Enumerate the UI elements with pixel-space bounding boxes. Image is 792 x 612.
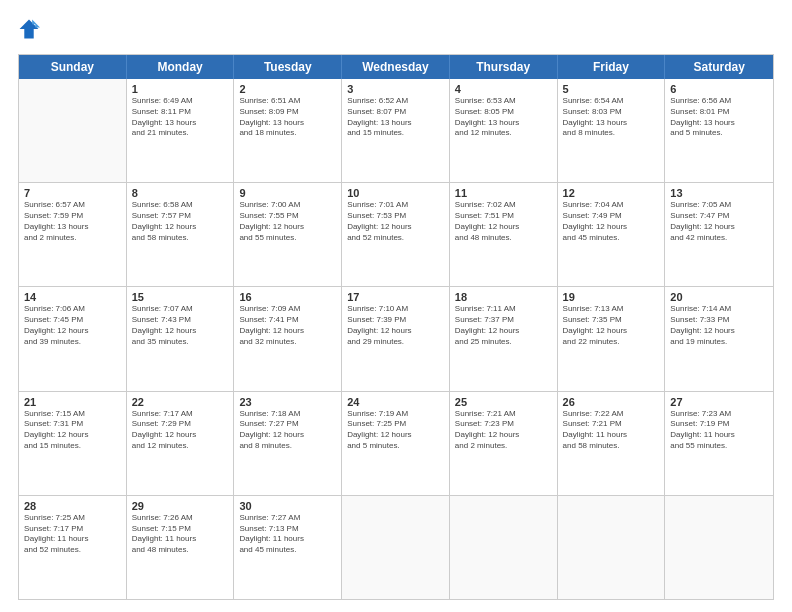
day-info: Sunrise: 7:13 AM Sunset: 7:35 PM Dayligh… xyxy=(563,304,660,347)
calendar-cell: 29Sunrise: 7:26 AM Sunset: 7:15 PM Dayli… xyxy=(127,496,235,599)
calendar-cell: 23Sunrise: 7:18 AM Sunset: 7:27 PM Dayli… xyxy=(234,392,342,495)
calendar-cell: 4Sunrise: 6:53 AM Sunset: 8:05 PM Daylig… xyxy=(450,79,558,182)
day-number: 26 xyxy=(563,396,660,408)
day-info: Sunrise: 7:07 AM Sunset: 7:43 PM Dayligh… xyxy=(132,304,229,347)
day-info: Sunrise: 7:10 AM Sunset: 7:39 PM Dayligh… xyxy=(347,304,444,347)
svg-marker-0 xyxy=(20,20,39,39)
calendar-cell: 30Sunrise: 7:27 AM Sunset: 7:13 PM Dayli… xyxy=(234,496,342,599)
day-info: Sunrise: 6:53 AM Sunset: 8:05 PM Dayligh… xyxy=(455,96,552,139)
calendar-cell: 22Sunrise: 7:17 AM Sunset: 7:29 PM Dayli… xyxy=(127,392,235,495)
day-info: Sunrise: 7:23 AM Sunset: 7:19 PM Dayligh… xyxy=(670,409,768,452)
day-info: Sunrise: 6:57 AM Sunset: 7:59 PM Dayligh… xyxy=(24,200,121,243)
day-number: 23 xyxy=(239,396,336,408)
day-header-saturday: Saturday xyxy=(665,55,773,79)
day-number: 29 xyxy=(132,500,229,512)
day-number: 30 xyxy=(239,500,336,512)
calendar-body: 1Sunrise: 6:49 AM Sunset: 8:11 PM Daylig… xyxy=(19,79,773,599)
day-info: Sunrise: 7:02 AM Sunset: 7:51 PM Dayligh… xyxy=(455,200,552,243)
day-number: 7 xyxy=(24,187,121,199)
calendar-header: SundayMondayTuesdayWednesdayThursdayFrid… xyxy=(19,55,773,79)
calendar-cell: 8Sunrise: 6:58 AM Sunset: 7:57 PM Daylig… xyxy=(127,183,235,286)
day-number: 10 xyxy=(347,187,444,199)
page: SundayMondayTuesdayWednesdayThursdayFrid… xyxy=(0,0,792,612)
day-number: 21 xyxy=(24,396,121,408)
day-info: Sunrise: 7:19 AM Sunset: 7:25 PM Dayligh… xyxy=(347,409,444,452)
calendar-cell: 9Sunrise: 7:00 AM Sunset: 7:55 PM Daylig… xyxy=(234,183,342,286)
day-info: Sunrise: 7:21 AM Sunset: 7:23 PM Dayligh… xyxy=(455,409,552,452)
calendar-cell xyxy=(450,496,558,599)
day-info: Sunrise: 7:18 AM Sunset: 7:27 PM Dayligh… xyxy=(239,409,336,452)
calendar-cell: 1Sunrise: 6:49 AM Sunset: 8:11 PM Daylig… xyxy=(127,79,235,182)
day-number: 4 xyxy=(455,83,552,95)
day-info: Sunrise: 6:56 AM Sunset: 8:01 PM Dayligh… xyxy=(670,96,768,139)
calendar-cell xyxy=(342,496,450,599)
calendar-row-2: 14Sunrise: 7:06 AM Sunset: 7:45 PM Dayli… xyxy=(19,286,773,390)
calendar-cell: 5Sunrise: 6:54 AM Sunset: 8:03 PM Daylig… xyxy=(558,79,666,182)
day-number: 14 xyxy=(24,291,121,303)
day-info: Sunrise: 7:00 AM Sunset: 7:55 PM Dayligh… xyxy=(239,200,336,243)
day-number: 20 xyxy=(670,291,768,303)
calendar-cell: 20Sunrise: 7:14 AM Sunset: 7:33 PM Dayli… xyxy=(665,287,773,390)
calendar-cell: 3Sunrise: 6:52 AM Sunset: 8:07 PM Daylig… xyxy=(342,79,450,182)
calendar-cell: 10Sunrise: 7:01 AM Sunset: 7:53 PM Dayli… xyxy=(342,183,450,286)
calendar-cell: 11Sunrise: 7:02 AM Sunset: 7:51 PM Dayli… xyxy=(450,183,558,286)
day-header-sunday: Sunday xyxy=(19,55,127,79)
day-info: Sunrise: 7:15 AM Sunset: 7:31 PM Dayligh… xyxy=(24,409,121,452)
day-number: 1 xyxy=(132,83,229,95)
day-header-friday: Friday xyxy=(558,55,666,79)
day-number: 6 xyxy=(670,83,768,95)
calendar-cell: 25Sunrise: 7:21 AM Sunset: 7:23 PM Dayli… xyxy=(450,392,558,495)
logo xyxy=(18,18,42,44)
day-number: 8 xyxy=(132,187,229,199)
day-number: 25 xyxy=(455,396,552,408)
day-info: Sunrise: 6:54 AM Sunset: 8:03 PM Dayligh… xyxy=(563,96,660,139)
day-info: Sunrise: 7:26 AM Sunset: 7:15 PM Dayligh… xyxy=(132,513,229,556)
day-number: 2 xyxy=(239,83,336,95)
day-info: Sunrise: 7:09 AM Sunset: 7:41 PM Dayligh… xyxy=(239,304,336,347)
calendar-cell: 2Sunrise: 6:51 AM Sunset: 8:09 PM Daylig… xyxy=(234,79,342,182)
calendar-cell: 21Sunrise: 7:15 AM Sunset: 7:31 PM Dayli… xyxy=(19,392,127,495)
day-number: 5 xyxy=(563,83,660,95)
day-header-tuesday: Tuesday xyxy=(234,55,342,79)
calendar-cell: 19Sunrise: 7:13 AM Sunset: 7:35 PM Dayli… xyxy=(558,287,666,390)
day-number: 15 xyxy=(132,291,229,303)
day-info: Sunrise: 7:27 AM Sunset: 7:13 PM Dayligh… xyxy=(239,513,336,556)
day-info: Sunrise: 7:01 AM Sunset: 7:53 PM Dayligh… xyxy=(347,200,444,243)
day-number: 13 xyxy=(670,187,768,199)
day-number: 22 xyxy=(132,396,229,408)
calendar-cell xyxy=(558,496,666,599)
day-header-monday: Monday xyxy=(127,55,235,79)
day-info: Sunrise: 6:51 AM Sunset: 8:09 PM Dayligh… xyxy=(239,96,336,139)
day-number: 24 xyxy=(347,396,444,408)
calendar-row-4: 28Sunrise: 7:25 AM Sunset: 7:17 PM Dayli… xyxy=(19,495,773,599)
day-info: Sunrise: 7:25 AM Sunset: 7:17 PM Dayligh… xyxy=(24,513,121,556)
day-number: 19 xyxy=(563,291,660,303)
header xyxy=(18,18,774,44)
day-info: Sunrise: 7:04 AM Sunset: 7:49 PM Dayligh… xyxy=(563,200,660,243)
day-info: Sunrise: 6:49 AM Sunset: 8:11 PM Dayligh… xyxy=(132,96,229,139)
day-info: Sunrise: 7:11 AM Sunset: 7:37 PM Dayligh… xyxy=(455,304,552,347)
calendar-cell: 17Sunrise: 7:10 AM Sunset: 7:39 PM Dayli… xyxy=(342,287,450,390)
day-number: 11 xyxy=(455,187,552,199)
calendar-cell: 18Sunrise: 7:11 AM Sunset: 7:37 PM Dayli… xyxy=(450,287,558,390)
calendar-row-0: 1Sunrise: 6:49 AM Sunset: 8:11 PM Daylig… xyxy=(19,79,773,182)
day-info: Sunrise: 7:22 AM Sunset: 7:21 PM Dayligh… xyxy=(563,409,660,452)
day-number: 27 xyxy=(670,396,768,408)
calendar-cell xyxy=(19,79,127,182)
day-info: Sunrise: 7:06 AM Sunset: 7:45 PM Dayligh… xyxy=(24,304,121,347)
logo-icon xyxy=(18,18,40,40)
day-number: 18 xyxy=(455,291,552,303)
calendar-cell: 15Sunrise: 7:07 AM Sunset: 7:43 PM Dayli… xyxy=(127,287,235,390)
calendar-cell: 13Sunrise: 7:05 AM Sunset: 7:47 PM Dayli… xyxy=(665,183,773,286)
day-header-thursday: Thursday xyxy=(450,55,558,79)
calendar-row-1: 7Sunrise: 6:57 AM Sunset: 7:59 PM Daylig… xyxy=(19,182,773,286)
day-info: Sunrise: 7:17 AM Sunset: 7:29 PM Dayligh… xyxy=(132,409,229,452)
calendar-row-3: 21Sunrise: 7:15 AM Sunset: 7:31 PM Dayli… xyxy=(19,391,773,495)
calendar-cell: 28Sunrise: 7:25 AM Sunset: 7:17 PM Dayli… xyxy=(19,496,127,599)
calendar-cell: 6Sunrise: 6:56 AM Sunset: 8:01 PM Daylig… xyxy=(665,79,773,182)
day-header-wednesday: Wednesday xyxy=(342,55,450,79)
day-number: 28 xyxy=(24,500,121,512)
day-info: Sunrise: 6:52 AM Sunset: 8:07 PM Dayligh… xyxy=(347,96,444,139)
calendar-cell: 7Sunrise: 6:57 AM Sunset: 7:59 PM Daylig… xyxy=(19,183,127,286)
day-info: Sunrise: 7:05 AM Sunset: 7:47 PM Dayligh… xyxy=(670,200,768,243)
